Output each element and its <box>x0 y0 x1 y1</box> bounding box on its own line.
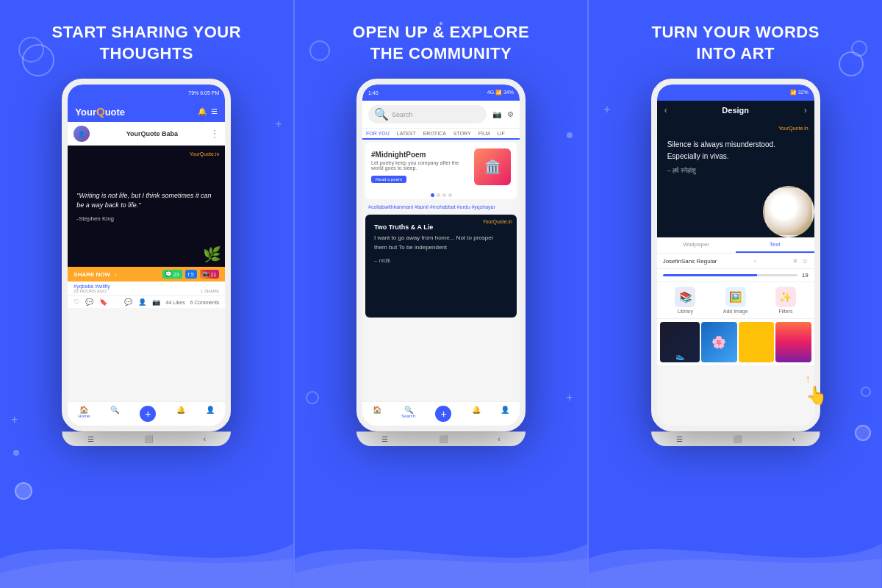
phone-1: 79% 6:05 PM YourQuote 🔔 ☰ 👤 YourQuote Ba… <box>62 79 231 446</box>
forward-arrow-icon[interactable]: › <box>804 105 807 115</box>
arrow-up-icon: ↑ <box>806 373 811 384</box>
bookmark-icon[interactable]: 🔖 <box>99 298 107 306</box>
dark-quote-card: YourQuote.in Two Truths & A Lie I want t… <box>365 215 517 318</box>
phone-frame-1: 79% 6:05 PM YourQuote 🔔 ☰ 👤 YourQuote Ba… <box>62 79 231 431</box>
post-time-1: 22 HOURS AGO 1 SHARE <box>74 289 219 293</box>
android-menu-2: ☰ <box>381 435 388 443</box>
nav-bar-1: 🏠 Home 🔍 + 🔔 👤 <box>68 401 225 426</box>
deco-plus-2: + <box>11 413 18 426</box>
fb-small[interactable]: 👤 <box>138 298 146 306</box>
nav-notif[interactable]: 🔔 <box>176 406 185 422</box>
read-poem-button[interactable]: Read a poem <box>371 176 406 183</box>
facebook-share[interactable]: f 5 <box>185 270 197 279</box>
add-button[interactable]: + <box>140 406 156 422</box>
nav-home-2[interactable]: 🏠 <box>373 406 381 422</box>
design-title: Design <box>722 106 749 115</box>
more-options-1[interactable]: ⋮ <box>210 129 219 139</box>
post-meta-1: #yqbaba #willfly 22 HOURS AGO 1 SHARE <box>68 282 225 295</box>
design-tabs: Wallpaper Text <box>657 237 814 254</box>
library-icon: 📚 <box>675 287 695 307</box>
quote-display-area: YourQuote.in Silence is always misunders… <box>657 120 814 237</box>
design-quote-text: Silence is always misunderstood. Especia… <box>667 139 804 162</box>
explore-icon: 🔍 <box>110 406 119 414</box>
search-input-box[interactable]: 🔍 Search <box>368 105 487 123</box>
thumb-yellow[interactable] <box>739 322 775 362</box>
comment-icon[interactable]: 💬 <box>85 298 93 306</box>
align-icon[interactable]: ≡ <box>793 257 797 265</box>
font-chevron[interactable]: › <box>754 258 756 265</box>
ig-small[interactable]: 📷 <box>152 298 160 306</box>
nav-search-2[interactable]: 🔍 Search <box>401 406 415 422</box>
phone-frame-3: 📶 32% ‹ Design › YourQuote.in Silence is… <box>651 79 820 431</box>
android-back: ‹ <box>204 435 206 443</box>
coffee-cup-image <box>763 186 814 237</box>
tab-wallpaper[interactable]: Wallpaper <box>657 237 736 253</box>
panel-3-title: TURN YOUR WORDS INTO ART <box>652 22 820 64</box>
whatsapp-small[interactable]: 💬 <box>124 298 132 306</box>
thumb-flower[interactable]: 🌸 <box>701 322 737 362</box>
menu-icon[interactable]: ☰ <box>211 107 218 115</box>
filters-action[interactable]: ✨ Filters <box>775 287 796 314</box>
poem-illustration: 🏛️ <box>474 148 511 185</box>
filter-icon[interactable]: ⚙ <box>507 110 514 118</box>
deco-circle-2 <box>309 40 330 61</box>
nav-profile-2[interactable]: 👤 <box>501 406 509 422</box>
tab-for-you[interactable]: FOR YOU <box>362 129 393 140</box>
add-image-action[interactable]: 🖼️ Add Image <box>723 287 748 314</box>
post-stats-1: 44 Likes 6 Comments <box>166 300 220 305</box>
home-icon: 🏠 <box>79 406 88 414</box>
panel-1-title: START SHARING YOUR THOUGHTS <box>52 22 242 64</box>
library-action[interactable]: 📚 Library <box>675 287 695 314</box>
dot-1 <box>431 193 434 197</box>
tab-latest[interactable]: LATEST <box>393 129 420 138</box>
username-1: YourQuote Baba <box>126 130 178 137</box>
quote-watermark-1: YourQuote.in <box>190 151 220 157</box>
deco-dot-2 <box>567 132 573 138</box>
nav-profile[interactable]: 👤 <box>206 406 215 422</box>
android-menu-3: ☰ <box>676 435 683 443</box>
nav-add[interactable]: + <box>140 406 156 422</box>
like-icon[interactable]: ♡ <box>74 298 79 306</box>
smiley-icon[interactable]: ☺ <box>801 257 808 265</box>
back-arrow-icon[interactable]: ‹ <box>664 105 667 115</box>
finger-cursor-overlay: ↑ 👆 <box>806 372 828 406</box>
tab-story[interactable]: STORY <box>450 129 475 138</box>
thumb-dark[interactable]: 👟 <box>660 322 700 362</box>
tab-more[interactable]: LIF <box>494 129 509 138</box>
notification-icon[interactable]: 🔔 <box>198 107 207 115</box>
search-placeholder: Search <box>392 111 413 118</box>
quote-image-1: YourQuote.in "Writing is not life, but I… <box>68 146 225 267</box>
status-right-1: 79% 6:05 PM <box>188 90 219 96</box>
instagram-share[interactable]: 📷 11 <box>200 270 220 279</box>
android-nav-3: ☰ ⬜ ‹ <box>651 431 820 446</box>
share-chevron-1: › <box>115 271 117 278</box>
search-icon: 🔍 <box>374 107 389 121</box>
add-image-icon: 🖼️ <box>725 287 746 307</box>
panel-sharing: + + START SHARING YOUR THOUGHTS 79% 6:05… <box>0 0 293 588</box>
instagram-icon: 📷 <box>203 271 209 277</box>
panel-art: + TURN YOUR WORDS INTO ART 📶 32% ‹ Desig… <box>589 0 882 588</box>
nav-explore[interactable]: 🔍 <box>110 406 119 422</box>
font-size-slider[interactable] <box>663 274 797 276</box>
android-home-3: ⬜ <box>733 435 742 443</box>
thumb-sunset[interactable] <box>775 322 811 362</box>
post-card-1: 👤 YourQuote Baba ⋮ YourQuote.in "Writing… <box>68 122 225 308</box>
tab-text[interactable]: Text <box>736 237 814 253</box>
tab-erotica[interactable]: EROTICA <box>420 129 450 138</box>
nav-notif-2[interactable]: 🔔 <box>472 406 481 422</box>
phone-screen-3: 📶 32% ‹ Design › YourQuote.in Silence is… <box>657 85 814 426</box>
design-header: ‹ Design › <box>657 101 814 120</box>
android-nav-1: ☰ ⬜ ‹ <box>62 431 231 446</box>
nav-home[interactable]: 🏠 Home <box>78 406 90 422</box>
nav-add-2[interactable]: + <box>435 406 451 422</box>
deco-plus-4: + <box>603 103 610 116</box>
wave-decoration <box>0 514 293 588</box>
add-button-2[interactable]: + <box>435 406 451 422</box>
tab-film[interactable]: FILM <box>475 129 494 138</box>
panel-community: + OPEN UP & EXPLORE THE COMMUNITY 1:40 4… <box>293 0 589 588</box>
whatsapp-share[interactable]: 💬 23 <box>162 270 182 279</box>
camera-icon[interactable]: 📷 <box>492 110 501 118</box>
wave-decoration-3 <box>589 514 882 588</box>
share-label-1[interactable]: SHARE NOW <box>74 271 110 278</box>
android-home-2: ⬜ <box>439 435 448 443</box>
